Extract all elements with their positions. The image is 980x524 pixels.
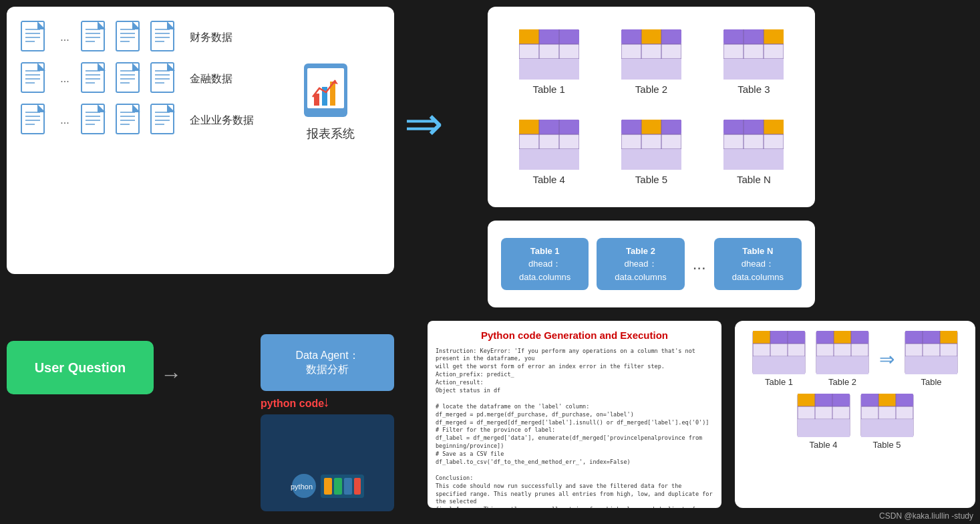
result-bottom-row: Table 4 Table 5	[745, 394, 965, 450]
doc-group-2: ...	[20, 61, 179, 96]
doc-group-3: ...	[20, 103, 179, 138]
business-label: 企业业务数据	[190, 114, 254, 128]
data-agent-line2: 数据分析	[306, 363, 349, 377]
schema-card-1-title: Table 1	[530, 246, 560, 256]
svg-rect-133	[354, 478, 361, 495]
dots-2: ...	[55, 73, 75, 85]
svg-rect-168	[878, 394, 896, 406]
svg-rect-144	[834, 331, 851, 344]
code-panel-title: Python code Generation and Execution	[436, 329, 713, 342]
doc-icon	[80, 61, 110, 96]
result-single-table: Table	[905, 331, 958, 387]
svg-rect-132	[344, 478, 352, 495]
result-table-5: Table 5	[860, 394, 914, 450]
doc-icon	[150, 20, 179, 55]
svg-rect-88	[641, 29, 661, 44]
svg-text:python: python	[291, 483, 313, 491]
python-box: python	[261, 414, 394, 511]
data-agent-box: Data Agent： 数据分析	[261, 334, 394, 391]
dots-1: ...	[55, 31, 75, 43]
doc-icon	[115, 103, 144, 138]
result-table-5-label: Table 5	[873, 440, 901, 450]
doc-icon	[115, 61, 144, 96]
top-right-panel: Table 1 Table 2 Table 3	[488, 7, 815, 207]
svg-rect-157	[905, 356, 957, 374]
table-item-2: Table 2	[621, 29, 681, 95]
code-panel: Python code Generation and Execution Ins…	[428, 321, 721, 508]
svg-rect-85	[519, 59, 579, 80]
dots-3: ...	[55, 114, 75, 126]
svg-rect-152	[940, 331, 957, 344]
right-arrow-icon: ⇒	[404, 100, 444, 147]
result-table-4: Table 4	[797, 394, 850, 450]
svg-rect-136	[753, 331, 770, 344]
svg-rect-109	[519, 149, 579, 170]
doc-icon	[150, 103, 179, 138]
schema-card-2-title: Table 2	[626, 246, 655, 256]
svg-rect-130	[324, 478, 332, 495]
financial-label: 财务数据	[190, 31, 232, 45]
schema-card-2: Table 2 dhead： data.columns	[597, 238, 684, 291]
schema-dots: ...	[693, 255, 706, 273]
result-panel: Table 1 Table 2 ⇒	[735, 321, 975, 508]
python-code-label: python code	[261, 398, 324, 410]
schema-card-2-sub: dhead： data.columns	[615, 259, 666, 282]
table-4-label: Table 4	[532, 174, 564, 185]
result-table-1-label: Table 1	[765, 377, 793, 387]
svg-rect-104	[519, 120, 539, 134]
left-panel: ... 财务数据 ...	[7, 7, 394, 274]
svg-rect-120	[764, 120, 784, 134]
table-1-label: Table 1	[532, 84, 564, 95]
table-item-1: Table 1	[519, 29, 579, 95]
code-panel-code: Instruction: KeyError: 'If you perform a…	[436, 348, 713, 509]
svg-rect-131	[334, 478, 342, 495]
result-table-1: Table 1	[752, 331, 806, 387]
table-2-label: Table 2	[635, 84, 667, 95]
doc-icon	[115, 20, 144, 55]
svg-rect-141	[753, 356, 805, 374]
user-question-label: User Question	[35, 360, 126, 376]
table-item-n: Table N	[723, 120, 784, 185]
svg-rect-117	[621, 149, 681, 170]
doc-icon	[20, 20, 49, 55]
schema-card-1-sub: dhead： data.columns	[519, 259, 570, 282]
result-table-label: Table	[921, 377, 941, 387]
doc-icon	[80, 103, 110, 138]
svg-rect-93	[621, 59, 681, 80]
schema-card-1: Table 1 dhead： data.columns	[501, 238, 589, 291]
svg-rect-149	[816, 356, 868, 374]
watermark: CSDN @kaka.liullin -study	[879, 511, 973, 521]
doc-group-1: ...	[20, 20, 179, 55]
svg-rect-101	[723, 59, 784, 80]
table-item-4: Table 4	[519, 120, 579, 185]
doc-icon	[150, 61, 179, 96]
result-table-2-label: Table 2	[828, 377, 856, 387]
result-top-row: Table 1 Table 2 ⇒	[745, 331, 965, 387]
result-right-arrow-icon: ⇒	[879, 348, 894, 370]
table-item-3: Table 3	[723, 29, 784, 95]
doc-icon	[80, 20, 110, 55]
table-item-5: Table 5	[621, 120, 681, 185]
svg-rect-160	[798, 394, 815, 406]
table-3-label: Table 3	[738, 84, 770, 95]
result-table-4-label: Table 4	[810, 440, 838, 450]
user-question-box: User Question	[7, 341, 154, 394]
financial-data-row: ... 财务数据	[20, 20, 381, 55]
svg-rect-125	[723, 149, 784, 170]
data-agent-line1: Data Agent：	[295, 349, 359, 363]
svg-rect-165	[798, 419, 850, 437]
svg-rect-112	[641, 120, 661, 134]
schema-card-n-title: Table N	[742, 246, 773, 256]
report-system-label: 报表系统	[301, 126, 361, 142]
schema-card-n: Table N dhead： data.columns	[714, 238, 802, 291]
schema-panel: Table 1 dhead： data.columns Table 2 dhea…	[488, 221, 815, 307]
table-n-label: Table N	[737, 174, 771, 185]
svg-rect-173	[861, 419, 913, 437]
svg-rect-96	[764, 29, 784, 44]
doc-icon	[20, 61, 49, 96]
arrow-to-agent-icon: →	[160, 362, 182, 387]
finance-label: 金融数据	[190, 72, 232, 86]
svg-rect-80	[519, 29, 539, 44]
result-table-2: Table 2	[816, 331, 869, 387]
table-5-label: Table 5	[635, 174, 667, 185]
